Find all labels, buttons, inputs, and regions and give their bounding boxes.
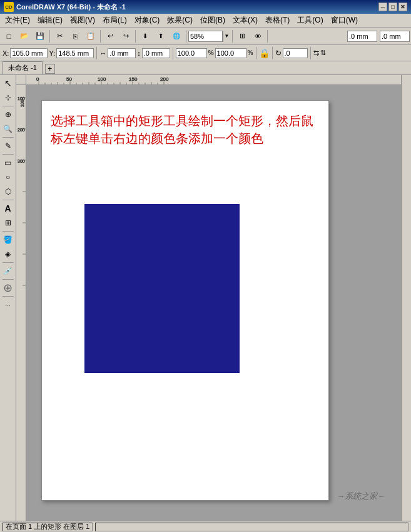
copy-button[interactable]: ⎘	[68, 29, 83, 43]
mirror-v-icon: ⇅	[320, 49, 326, 57]
maximize-button[interactable]: □	[388, 3, 397, 11]
node-tool-button[interactable]: ⊹	[1, 91, 15, 105]
freehand-tool-button[interactable]: ✎	[1, 139, 15, 153]
menu-item-menu-effect[interactable]: 效果(C)	[163, 14, 196, 27]
publish-button[interactable]: 🌐	[169, 29, 184, 43]
new-button[interactable]: □	[1, 29, 16, 43]
menu-item-menu-bitmap[interactable]: 位图(B)	[196, 14, 229, 27]
svg-text:0: 0	[36, 76, 39, 82]
window-controls: ─ □ ✕	[378, 3, 407, 11]
text-tool-button[interactable]: A	[1, 202, 15, 215]
export-button[interactable]: ⬆	[153, 29, 168, 43]
rotate-input[interactable]	[283, 48, 308, 58]
menu-item-menu-window[interactable]: 窗口(W)	[327, 14, 362, 27]
status-text: 在页面 1 上的矩形 在图层 1	[3, 523, 93, 531]
menu-item-menu-object[interactable]: 对象(C)	[131, 14, 164, 27]
lt-sep2	[3, 137, 14, 138]
redo-button[interactable]: ↪	[118, 29, 133, 43]
lt-sep3	[3, 154, 14, 155]
sep3	[135, 30, 136, 43]
zoom-tool-button[interactable]: 🔍	[1, 122, 15, 136]
menu-bar: 文件(E)编辑(E)视图(V)布局(L)对象(C)效果(C)位图(B)文本(X)…	[0, 14, 411, 28]
svg-text:300: 300	[18, 159, 25, 163]
x-scale-input[interactable]	[176, 48, 207, 58]
x-input[interactable]	[10, 48, 48, 58]
svg-text:200: 200	[18, 128, 25, 132]
y-label: Y:	[49, 49, 55, 57]
zoom-arrow[interactable]: ▼	[223, 31, 230, 42]
w-input[interactable]	[108, 48, 136, 58]
open-button[interactable]: 📂	[17, 29, 32, 43]
status-extra	[95, 523, 408, 531]
right-inputs	[347, 31, 410, 42]
ellipse-tool-button[interactable]: ○	[1, 170, 15, 184]
zoom-combo[interactable]: ▼	[188, 31, 230, 42]
save-button[interactable]: 💾	[33, 29, 48, 43]
menu-item-menu-table[interactable]: 表格(T)	[261, 14, 293, 27]
svg-rect-0	[26, 75, 339, 85]
polygon-tool-button[interactable]: ⬡	[1, 185, 15, 198]
fill-tool-button[interactable]: 🪣	[1, 233, 15, 247]
main-area: ↖ ⊹ ⊕ 🔍 ✎ ▭ ○ ⬡ A ⊞ 🪣 ◈ 💉 ⊕ ···	[0, 75, 411, 521]
ruler-corner	[16, 75, 26, 85]
y-scale-input[interactable]	[215, 48, 246, 58]
extra-tool-button[interactable]: ···	[1, 298, 15, 312]
minimize-button[interactable]: ─	[378, 3, 387, 11]
canvas-paper: 选择工具箱中的矩形工具绘制一个矩形，然后鼠标左键单击右边的颜色条添加一个颜色	[41, 100, 329, 501]
select-tool-button[interactable]: ↖	[1, 76, 15, 90]
import-button[interactable]: ⬇	[138, 29, 153, 43]
mirror-h-icon: ⇆	[313, 49, 319, 57]
svg-rect-27	[16, 85, 26, 521]
svg-text:150: 150	[129, 76, 138, 82]
menu-item-menu-file[interactable]: 文件(E)	[1, 14, 34, 27]
vertical-ruler: 100 100 200 300	[16, 85, 26, 521]
menu-item-menu-text[interactable]: 文本(X)	[229, 14, 261, 27]
paste-button[interactable]: 📋	[83, 29, 98, 43]
canvas-area[interactable]: 0 50 100 150 200	[16, 75, 401, 521]
status-bar: 在页面 1 上的矩形 在图层 1	[0, 521, 411, 532]
lt-sep4	[3, 200, 14, 200]
svg-text:50: 50	[66, 76, 72, 82]
menu-item-menu-edit[interactable]: 编辑(E)	[34, 14, 66, 27]
undo-button[interactable]: ↩	[103, 29, 118, 43]
left-toolbar: ↖ ⊹ ⊕ 🔍 ✎ ▭ ○ ⬡ A ⊞ 🪣 ◈ 💉 ⊕ ···	[0, 75, 16, 521]
rotate-icon: ↻	[275, 49, 282, 58]
right-input-1[interactable]	[347, 31, 377, 42]
full-screen-button[interactable]: ⊞	[235, 29, 250, 43]
crop-tool-button[interactable]: ⊕	[1, 108, 15, 121]
eyedropper-tool-button[interactable]: 💉	[1, 264, 15, 278]
menu-item-menu-tools[interactable]: 工具(O)	[293, 14, 327, 27]
right-input-2[interactable]	[380, 31, 410, 42]
x-label: X:	[3, 49, 9, 57]
table-tool-button[interactable]: ⊞	[1, 216, 15, 230]
w-label: ↔	[99, 49, 106, 57]
active-tab[interactable]: 未命名 -1	[3, 61, 43, 74]
sep1	[49, 30, 50, 43]
add-button[interactable]: ⊕	[1, 281, 15, 295]
close-button[interactable]: ✕	[398, 3, 407, 11]
lt-sep7	[3, 279, 14, 280]
h-input[interactable]	[142, 48, 170, 58]
toolbar-row-1: □ 📂 💾 ✂ ⎘ 📋 ↩ ↪ ⬇ ⬆ 🌐 ▼ ⊞ 👁	[0, 28, 411, 45]
sep2	[100, 30, 101, 43]
drawn-rectangle	[84, 204, 240, 373]
y-input[interactable]	[56, 48, 94, 58]
h-label: ↕	[137, 49, 141, 57]
menu-item-menu-view[interactable]: 视图(V)	[66, 14, 99, 27]
cut-button[interactable]: ✂	[52, 29, 67, 43]
title-bar: CD CorelDRAW X7 (64-Bit) - 未命名 -1 ─ □ ✕	[0, 0, 411, 14]
app-icon: CD	[4, 2, 14, 12]
rectangle-tool-button[interactable]: ▭	[1, 156, 15, 170]
menu-item-menu-layout[interactable]: 布局(L)	[99, 14, 131, 27]
property-bar: X: Y: ↔ ↕ % % 🔒 ↻ ⇆ ⇅	[0, 45, 411, 61]
add-tab-button[interactable]: +	[45, 64, 55, 74]
svg-text:100: 100	[98, 76, 106, 82]
interactive-fill-button[interactable]: ◈	[1, 247, 15, 261]
zoom-input[interactable]	[188, 31, 223, 42]
view-options-button[interactable]: 👁	[250, 29, 265, 43]
horizontal-ruler: 0 50 100 150 200	[26, 75, 401, 85]
svg-text:200: 200	[160, 76, 169, 82]
sep6	[267, 30, 268, 43]
instruction-text: 选择工具箱中的矩形工具绘制一个矩形，然后鼠标左键单击右边的颜色条添加一个颜色	[51, 112, 320, 147]
sep5	[232, 30, 233, 43]
